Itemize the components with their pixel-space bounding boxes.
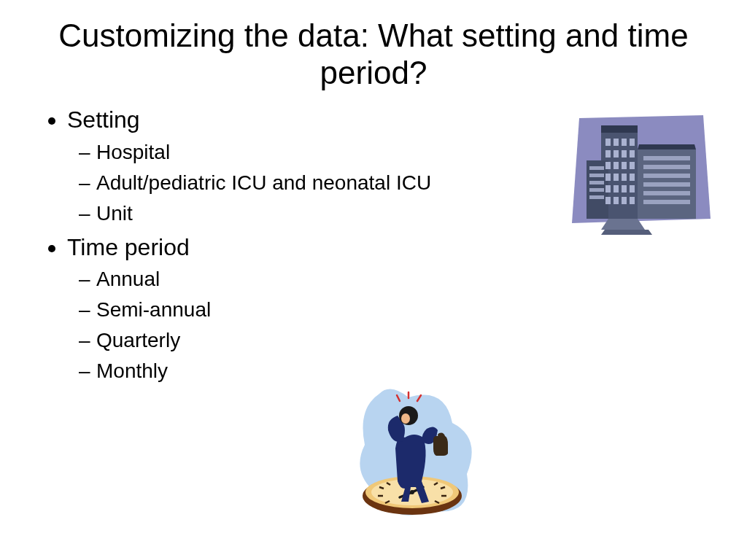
svg-rect-19: [614, 174, 619, 181]
svg-rect-27: [614, 197, 619, 204]
bullet-label: Time period: [67, 234, 190, 260]
svg-rect-38: [589, 181, 604, 184]
svg-rect-25: [630, 185, 635, 192]
sublist-time-period: Annual Semi-annual Quarterly Monthly: [67, 264, 703, 386]
svg-rect-31: [643, 165, 690, 169]
svg-rect-9: [630, 139, 635, 146]
svg-rect-23: [614, 185, 619, 192]
svg-point-58: [401, 413, 410, 424]
svg-rect-32: [643, 174, 690, 178]
svg-rect-17: [630, 162, 635, 169]
svg-rect-12: [622, 150, 627, 158]
svg-rect-14: [605, 162, 611, 169]
svg-rect-29: [630, 197, 635, 204]
svg-point-56: [410, 490, 414, 494]
svg-marker-5: [638, 144, 696, 149]
svg-rect-37: [589, 174, 604, 177]
svg-rect-21: [630, 174, 635, 181]
stressed-man-on-clock-icon: [336, 379, 489, 525]
svg-rect-6: [605, 139, 611, 146]
svg-marker-42: [601, 230, 652, 235]
svg-rect-33: [643, 182, 690, 187]
svg-rect-36: [589, 166, 604, 170]
svg-rect-24: [622, 185, 627, 192]
subitem: Annual: [96, 264, 703, 295]
svg-marker-41: [601, 219, 645, 230]
svg-rect-18: [605, 174, 611, 181]
svg-rect-4: [601, 125, 638, 133]
svg-rect-11: [614, 150, 619, 158]
svg-rect-8: [622, 139, 627, 146]
svg-rect-30: [643, 156, 690, 160]
bullet-label: Setting: [67, 106, 140, 133]
svg-rect-26: [605, 197, 611, 204]
svg-rect-22: [605, 185, 611, 192]
svg-rect-28: [622, 197, 627, 204]
svg-rect-7: [614, 139, 619, 146]
svg-rect-34: [643, 191, 690, 195]
subitem: Quarterly: [96, 325, 703, 356]
svg-rect-15: [614, 162, 619, 169]
svg-rect-39: [589, 188, 604, 192]
svg-rect-13: [630, 150, 635, 158]
slide-title: Customizing the data: What setting and t…: [0, 0, 747, 98]
svg-rect-10: [605, 150, 611, 158]
svg-rect-35: [643, 200, 690, 204]
svg-rect-40: [589, 195, 604, 199]
hospital-building-icon: [565, 109, 718, 241]
subitem: Semi-annual: [96, 295, 703, 325]
bullet-time-period: Time period Annual Semi-annual Quarterly…: [67, 230, 703, 386]
svg-rect-20: [622, 174, 627, 181]
svg-rect-16: [622, 162, 627, 169]
